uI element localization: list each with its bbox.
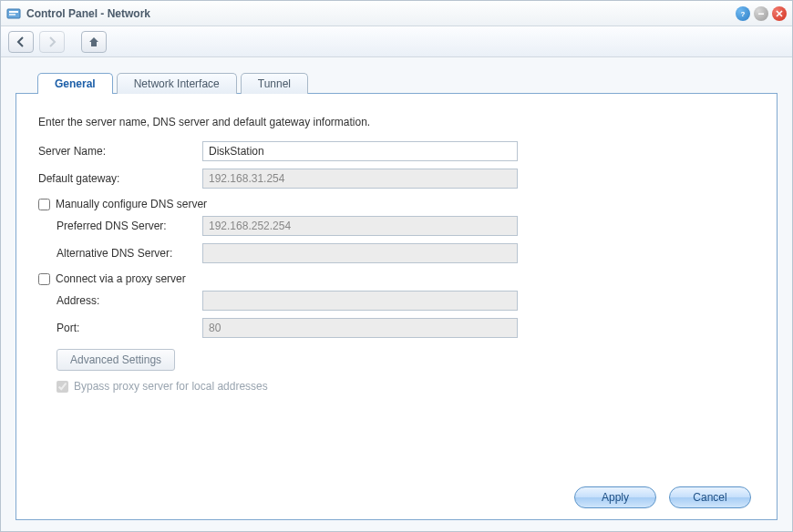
- row-bypass: Bypass proxy server for local addresses: [57, 380, 755, 393]
- footer-buttons: Apply Cancel: [38, 477, 755, 508]
- row-alternative-dns: Alternative DNS Server:: [38, 243, 755, 263]
- row-preferred-dns: Preferred DNS Server:: [38, 216, 755, 236]
- tab-panel-general: Enter the server name, DNS server and de…: [15, 93, 778, 520]
- content: General Network Interface Tunnel Enter t…: [1, 57, 792, 531]
- proxy-address-input: [202, 291, 518, 311]
- svg-rect-2: [9, 14, 15, 15]
- advanced-settings-label: Advanced Settings: [70, 353, 161, 366]
- server-name-input[interactable]: [202, 141, 518, 161]
- row-proxy-address: Address:: [38, 291, 755, 311]
- svg-text:?: ?: [741, 10, 746, 18]
- form-area: Enter the server name, DNS server and de…: [38, 116, 755, 477]
- row-proxy-check: Connect via a proxy server: [38, 272, 755, 285]
- preferred-dns-input: [202, 216, 518, 236]
- svg-rect-1: [9, 11, 18, 13]
- forward-button[interactable]: [39, 31, 65, 53]
- intro-text: Enter the server name, DNS server and de…: [38, 116, 755, 128]
- tab-label: General: [55, 77, 96, 90]
- proxy-port-input: [202, 318, 518, 338]
- tabs: General Network Interface Tunnel: [37, 72, 778, 93]
- label-manual-dns: Manually configure DNS server: [56, 198, 207, 210]
- window: Control Panel - Network ? General Networ…: [0, 0, 793, 532]
- proxy-checkbox[interactable]: [38, 273, 50, 285]
- cancel-button[interactable]: Cancel: [669, 486, 751, 508]
- label-proxy-address: Address:: [57, 294, 202, 307]
- row-proxy-port: Port:: [38, 318, 755, 338]
- tab-general[interactable]: General: [37, 73, 113, 94]
- titlebar: Control Panel - Network ?: [1, 1, 792, 26]
- help-button[interactable]: ?: [736, 6, 750, 21]
- apply-button[interactable]: Apply: [574, 486, 656, 508]
- bypass-checkbox: [57, 381, 68, 393]
- label-server-name: Server Name:: [38, 145, 202, 158]
- window-title: Control Panel - Network: [26, 7, 736, 20]
- row-default-gateway: Default gateway:: [38, 169, 755, 189]
- row-server-name: Server Name:: [38, 141, 755, 161]
- tab-label: Network Interface: [134, 77, 220, 90]
- tab-tunnel[interactable]: Tunnel: [241, 73, 308, 94]
- tab-network-interface[interactable]: Network Interface: [117, 73, 237, 94]
- toolbar: [1, 26, 792, 57]
- back-button[interactable]: [8, 31, 34, 53]
- alternative-dns-input: [202, 243, 518, 263]
- advanced-settings-button[interactable]: Advanced Settings: [57, 349, 175, 371]
- close-button[interactable]: [772, 6, 787, 21]
- label-alternative-dns: Alternative DNS Server:: [57, 247, 202, 260]
- manual-dns-checkbox[interactable]: [38, 199, 50, 210]
- app-icon: [6, 6, 21, 21]
- default-gateway-input: [202, 169, 518, 189]
- label-default-gateway: Default gateway:: [38, 172, 202, 185]
- row-manual-dns-check: Manually configure DNS server: [38, 198, 755, 210]
- svg-rect-4: [758, 13, 764, 15]
- home-button[interactable]: [81, 31, 107, 53]
- label-proxy-port: Port:: [57, 322, 202, 334]
- window-controls: ?: [736, 6, 787, 21]
- label-proxy: Connect via a proxy server: [56, 272, 186, 285]
- cancel-label: Cancel: [693, 491, 726, 504]
- label-preferred-dns: Preferred DNS Server:: [57, 220, 202, 232]
- minimize-button[interactable]: [754, 6, 768, 21]
- label-bypass: Bypass proxy server for local addresses: [74, 380, 268, 393]
- apply-label: Apply: [602, 491, 629, 504]
- tab-label: Tunnel: [258, 77, 291, 90]
